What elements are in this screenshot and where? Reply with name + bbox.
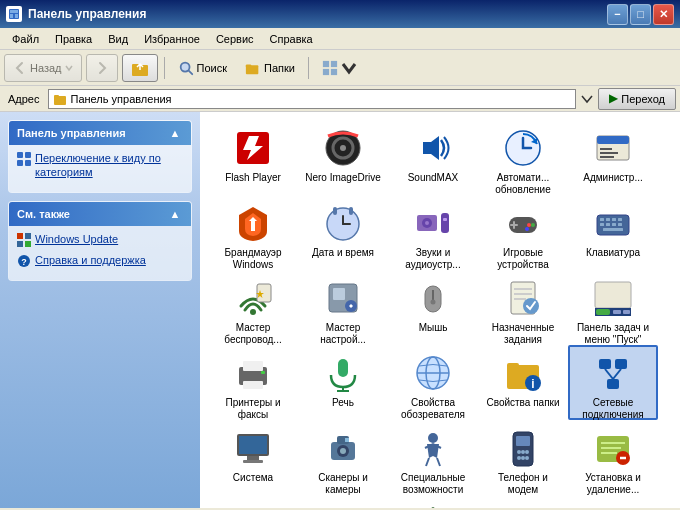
sidebar-section-see-also: См. также ▲ Windows Update ? [8,201,192,281]
svg-rect-11 [331,60,337,66]
menu-service[interactable]: Сервис [208,31,262,47]
window-controls[interactable]: − □ ✕ [607,4,674,25]
icon-item[interactable]: iСвойства папки [478,345,568,420]
sidebar-link-category-view[interactable]: Переключение к виду по категориям [17,151,183,180]
icon-item[interactable]: Звуки и аудиоустр... [388,195,478,270]
icon-item[interactable]: Учётные записи пол... [298,495,388,508]
svg-rect-21 [25,233,31,239]
icon-item[interactable]: Клавиатура [568,195,658,270]
collapse-button-2[interactable]: ▲ [167,206,183,222]
icon-item[interactable]: Брандмауэр Windows [208,195,298,270]
svg-point-50 [527,223,531,227]
back-dropdown-icon [65,64,73,72]
sidebar-section-see-also-header: См. также ▲ [9,202,191,226]
icon-item[interactable]: AШрифты [478,495,568,508]
svg-rect-18 [17,160,23,166]
close-button[interactable]: ✕ [653,4,674,25]
svg-point-114 [517,450,521,454]
icon-label: Автомати... обновление [484,172,562,196]
svg-rect-74 [514,298,526,300]
svg-point-51 [531,223,535,227]
svg-rect-73 [514,293,532,295]
icon-item[interactable]: Система [208,420,298,495]
icon-item[interactable]: Принтеры и факсы [208,345,298,420]
minimize-button[interactable]: − [607,4,628,25]
icon-item[interactable]: Специальные возможности [388,420,478,495]
back-icon [13,61,27,75]
icon-item[interactable]: Мастер настрой... [298,270,388,345]
svg-point-109 [428,433,438,443]
svg-rect-46 [443,218,447,221]
search-button[interactable]: Поиск [171,54,234,82]
icon-item[interactable]: Центр обеспечен... [388,495,478,508]
svg-rect-101 [239,436,267,454]
icon-item[interactable]: Сканеры и камеры [298,420,388,495]
forward-button[interactable] [86,54,118,82]
menu-bar: Файл Правка Вид Избранное Сервис Справка [0,28,680,50]
menu-view[interactable]: Вид [100,31,136,47]
sidebar-link-help[interactable]: ? Справка и поддержка [17,253,183,268]
svg-rect-61 [618,223,622,226]
icon-image [413,353,453,393]
icon-item[interactable]: Nero ImageDrive [298,120,388,195]
icon-item[interactable]: Экран [568,495,658,508]
icon-item[interactable]: Администр... [568,120,658,195]
sidebar-link-windows-update[interactable]: Windows Update [17,232,183,247]
icon-image [233,128,273,168]
icon-item[interactable]: Игровые устройства [478,195,568,270]
address-dropdown-icon[interactable] [580,92,594,106]
icon-image [503,203,543,243]
svg-point-70 [431,300,436,305]
icon-item[interactable]: Установка оборудова... [208,495,298,508]
svg-rect-92 [507,363,519,369]
svg-text:?: ? [21,257,27,267]
svg-rect-78 [596,309,610,315]
icon-image [413,128,453,168]
icon-label: Панель задач и меню "Пуск" [574,322,652,346]
icon-item[interactable]: Flash Player [208,120,298,195]
collapse-button-1[interactable]: ▲ [167,125,183,141]
go-button[interactable]: ▶ Переход [598,88,676,110]
views-button[interactable] [315,54,364,82]
icon-item[interactable]: Назначенные задания [478,270,568,345]
svg-rect-13 [331,68,337,74]
svg-rect-1 [10,10,18,13]
icon-item[interactable]: Речь [298,345,388,420]
icon-item[interactable]: Сетевые подключения [568,345,658,420]
icon-item[interactable]: SoundMAX [388,120,478,195]
svg-point-115 [521,450,525,454]
icon-item[interactable]: Мышь [388,270,478,345]
menu-help[interactable]: Справка [262,31,321,47]
svg-point-44 [425,221,429,225]
menu-favorites[interactable]: Избранное [136,31,208,47]
icon-image [323,428,363,468]
icon-image [413,428,453,468]
icon-item[interactable]: Мастер беспровод... [208,270,298,345]
toolbar-separator-1 [164,57,165,79]
icon-item[interactable]: Панель задач и меню "Пуск" [568,270,658,345]
menu-edit[interactable]: Правка [47,31,100,47]
back-button[interactable]: Назад [4,54,82,82]
icon-item[interactable]: Автомати... обновление [478,120,568,195]
icon-item[interactable]: Дата и время [298,195,388,270]
address-field[interactable]: Панель управления [48,89,577,109]
svg-rect-12 [323,68,329,74]
up-button[interactable] [122,54,158,82]
icon-item[interactable]: Свойства обозревателя [388,345,478,420]
svg-rect-84 [261,371,265,374]
svg-text:i: i [531,377,534,391]
icon-image [503,128,543,168]
icon-item[interactable]: Телефон и модем [478,420,568,495]
svg-rect-39 [349,207,353,215]
icon-image [593,203,633,243]
icon-image: i [503,353,543,393]
menu-file[interactable]: Файл [4,31,47,47]
maximize-button[interactable]: □ [630,4,651,25]
icon-image [503,428,543,468]
up-folder-icon [131,59,149,77]
folders-button[interactable]: Папки [238,54,302,82]
svg-rect-122 [601,447,621,449]
svg-rect-20 [17,233,23,239]
svg-rect-17 [25,152,31,158]
icon-item[interactable]: Установка и удаление... [568,420,658,495]
